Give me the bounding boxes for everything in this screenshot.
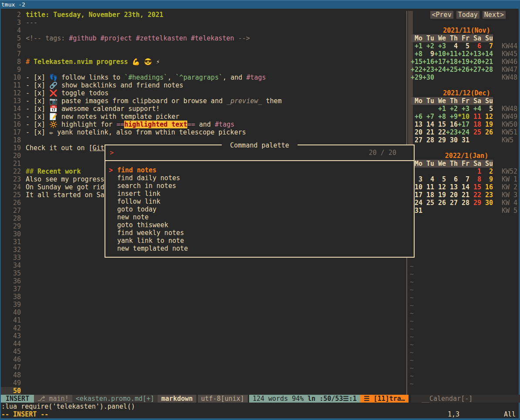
calendar-day[interactable]: 28: [422, 136, 434, 144]
editor-line[interactable]: 5<!-- tags: #github #project #zettelkast…: [1, 34, 406, 42]
calendar-day[interactable]: +3: [434, 42, 446, 50]
calendar-day[interactable]: 5: [458, 42, 469, 50]
editor-line[interactable]: 11- [x] 🔗 show backlinks and friend note…: [1, 81, 406, 89]
calendar-day[interactable]: +6: [411, 113, 422, 121]
calendar-nav-today-button[interactable]: Today: [456, 11, 479, 19]
calendar-day[interactable]: +3: [458, 105, 469, 113]
calendar-day[interactable]: 30: [481, 199, 493, 207]
editor-line[interactable]: 40: [1, 309, 406, 316]
calendar-day[interactable]: 19: [481, 121, 493, 128]
editor-line[interactable]: 14- [x] 📅 awesome calendar support!: [1, 105, 406, 113]
editor-line[interactable]: 43: [1, 332, 406, 340]
editor-line[interactable]: 15- [x] 📝 new notes with template picker: [1, 113, 406, 121]
calendar-day[interactable]: 30: [446, 136, 458, 144]
editor-line[interactable]: 47: [1, 363, 406, 371]
filename-segment[interactable]: <ekasten.promo.md[+]: [72, 395, 158, 403]
editor-line[interactable]: 42: [1, 324, 406, 332]
palette-item[interactable]: goto thisweek: [105, 221, 414, 229]
editor-line[interactable]: 16- [x] 🔆 highlight for ==highlighted te…: [1, 121, 406, 128]
editor-line[interactable]: 17- [x] ✏ yank notelink, also from wthin…: [1, 128, 406, 136]
calendar-day[interactable]: 12: [481, 113, 493, 121]
calendar-day[interactable]: +25: [446, 66, 458, 74]
editor-line[interactable]: 35: [1, 269, 406, 277]
calendar-day[interactable]: 11: [422, 183, 434, 191]
editor-line[interactable]: 46: [1, 356, 406, 363]
editor-line[interactable]: 49: [1, 379, 406, 387]
editor-line[interactable]: 34: [1, 262, 406, 269]
editor-line[interactable]: 37: [1, 285, 406, 293]
palette-item[interactable]: yank link to note: [105, 237, 414, 245]
calendar-day[interactable]: +9: [446, 113, 458, 121]
calendar-day[interactable]: 26: [434, 199, 446, 207]
editor-line[interactable]: 12- [x] ❌ toggle todos: [1, 89, 406, 97]
editor-line[interactable]: 2title: Tuesday, November 23th, 2021: [1, 11, 406, 19]
calendar-day[interactable]: 26: [481, 128, 493, 136]
calendar-day[interactable]: +8: [411, 50, 422, 58]
palette-item[interactable]: find weekly notes: [105, 229, 414, 237]
calendar-day[interactable]: +20: [469, 58, 481, 66]
alert-segment[interactable]: ☰ [11]tra…: [360, 395, 409, 403]
calendar-day[interactable]: 15: [434, 121, 446, 128]
editor-line[interactable]: 38: [1, 293, 406, 301]
editor-line[interactable]: 10- [x] 👣 follow links to `#headings`, `…: [1, 74, 406, 81]
editor-line[interactable]: 18: [1, 136, 406, 144]
calendar-day[interactable]: 6: [446, 175, 458, 183]
calendar-day[interactable]: 1: [469, 168, 481, 175]
calendar-day[interactable]: 22: [434, 128, 446, 136]
palette-item[interactable]: find daily notes: [105, 174, 414, 182]
editor-line[interactable]: 9: [1, 66, 406, 74]
calendar-day[interactable]: +17: [458, 121, 469, 128]
calendar-day[interactable]: 4: [422, 175, 434, 183]
calendar-day[interactable]: 25: [422, 199, 434, 207]
calendar-day[interactable]: 11: [469, 113, 481, 121]
calendar-nav-next-button[interactable]: Next>: [483, 11, 506, 19]
calendar-day[interactable]: +7: [422, 113, 434, 121]
calendar-day[interactable]: +27: [469, 66, 481, 74]
git-branch-segment[interactable]: ⎇ main!: [34, 395, 72, 403]
calendar-day[interactable]: 9: [481, 175, 493, 183]
calendar-day[interactable]: +23: [446, 128, 458, 136]
calendar-day[interactable]: +18: [446, 58, 458, 66]
calendar-day[interactable]: 5: [481, 105, 493, 113]
calendar-day[interactable]: +4: [469, 105, 481, 113]
calendar-day[interactable]: +21: [481, 58, 493, 66]
calendar-day[interactable]: 15: [469, 183, 481, 191]
calendar-day[interactable]: 23: [481, 191, 493, 199]
calendar-day[interactable]: +11: [446, 50, 458, 58]
calendar-day[interactable]: +13: [469, 50, 481, 58]
calendar-day[interactable]: 29: [434, 136, 446, 144]
calendar-day[interactable]: 7: [481, 42, 493, 50]
calendar-day[interactable]: +30: [422, 74, 434, 81]
editor-line[interactable]: 48: [1, 371, 406, 379]
editor-line[interactable]: 45: [1, 348, 406, 356]
editor-line[interactable]: 39: [1, 301, 406, 309]
calendar-day[interactable]: 20: [446, 191, 458, 199]
calendar-day[interactable]: 16: [446, 121, 458, 128]
calendar-day[interactable]: 21: [458, 191, 469, 199]
calendar-day[interactable]: 7: [458, 175, 469, 183]
calendar-day[interactable]: 19: [434, 191, 446, 199]
palette-item[interactable]: follow link: [105, 198, 414, 205]
calendar-day[interactable]: 8: [469, 175, 481, 183]
editor-line[interactable]: 8# Telekasten.nvim progress 💪 😎 ⚡: [1, 58, 406, 66]
editor-line[interactable]: 41: [1, 316, 406, 324]
calendar-day[interactable]: +16: [422, 58, 434, 66]
calendar-day[interactable]: +19: [458, 58, 469, 66]
calendar-day[interactable]: 31: [458, 136, 469, 144]
calendar-day[interactable]: +1: [411, 42, 422, 50]
editor-line[interactable]: 44: [1, 340, 406, 348]
calendar-day[interactable]: +2: [446, 105, 458, 113]
calendar-day[interactable]: 16: [481, 183, 493, 191]
calendar-day[interactable]: 18: [469, 121, 481, 128]
palette-item[interactable]: new note: [105, 213, 414, 221]
calendar-day[interactable]: +14: [481, 50, 493, 58]
editor-line[interactable]: 7: [1, 50, 406, 58]
calendar-day[interactable]: +22: [411, 66, 422, 74]
calendar-day[interactable]: 20: [411, 128, 422, 136]
palette-item[interactable]: >find notes: [105, 166, 414, 174]
calendar-day[interactable]: +26: [458, 66, 469, 74]
editor-line[interactable]: 3---: [1, 19, 406, 27]
calendar-day[interactable]: *10: [458, 113, 469, 121]
calendar-day[interactable]: 28: [458, 199, 469, 207]
calendar-day[interactable]: +15: [411, 58, 422, 66]
